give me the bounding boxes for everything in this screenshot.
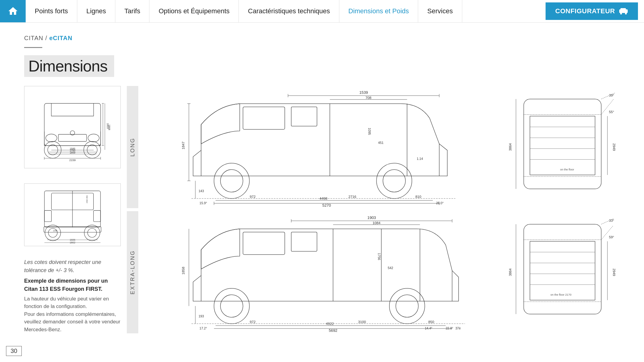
svg-point-84 [389, 288, 425, 324]
svg-point-2 [620, 13, 622, 14]
svg-text:810: 810 [415, 195, 421, 198]
svg-rect-31 [44, 211, 51, 222]
home-icon [8, 6, 18, 17]
page-title: Dimensions [24, 55, 114, 77]
configurateur-label: CONFIGURATEUR [555, 7, 615, 15]
svg-text:1847: 1847 [181, 141, 185, 149]
svg-rect-80 [243, 232, 285, 255]
svg-point-6 [46, 134, 57, 142]
svg-point-3 [625, 13, 627, 14]
svg-text:1756: 1756 [377, 253, 381, 260]
navigation: Points forts Lignes Tarifs Options et Éq… [0, 0, 644, 23]
left-column: 2159 1859 1793 1585 1833 1908 [24, 86, 121, 333]
extra-long-label: EXTRA-LONG [127, 211, 138, 333]
svg-text:1858: 1858 [181, 267, 185, 275]
nav-services[interactable]: Services [418, 0, 462, 22]
breadcrumb-citan: CITAN [24, 35, 43, 41]
nav-lignes[interactable]: Lignes [77, 0, 115, 22]
breadcrumb-underline [24, 47, 42, 48]
extra-long-side-diagram: 1903 1084 1858 193 17.2° 22.8° [138, 211, 502, 333]
svg-point-83 [220, 295, 243, 317]
svg-text:39°: 39° [609, 94, 614, 97]
svg-text:2159: 2159 [69, 159, 76, 162]
footnotes: Les cotes doivent respecter une toléranc… [24, 258, 121, 334]
nav-points-forts[interactable]: Points forts [26, 0, 77, 22]
svg-text:542: 542 [388, 266, 393, 270]
nav-tarifs[interactable]: Tarifs [115, 0, 150, 22]
nav-options[interactable]: Options et Équipements [149, 0, 239, 22]
svg-text:22.8°: 22.8° [446, 326, 453, 330]
diagrams-area: 2159 1859 1793 1585 1833 1908 [24, 86, 620, 333]
long-side-svg: 1539 708 1847 143 15.9° [138, 86, 502, 208]
svg-text:5270: 5270 [322, 203, 331, 208]
svg-text:37è: 37è [455, 326, 461, 330]
svg-text:3100: 3100 [358, 320, 366, 324]
svg-text:17.2°: 17.2° [200, 326, 207, 330]
svg-text:1539: 1539 [359, 90, 368, 95]
svg-text:708: 708 [366, 96, 372, 100]
svg-point-50 [376, 163, 412, 198]
svg-rect-128 [524, 224, 601, 314]
svg-text:972: 972 [250, 320, 256, 324]
svg-rect-81 [291, 232, 317, 251]
car-icon [619, 7, 628, 15]
svg-text:143: 143 [199, 189, 204, 193]
svg-point-7 [88, 134, 99, 142]
rear-view-diagram: 1802 1606 1260 rear door [24, 183, 121, 246]
svg-text:451: 451 [378, 141, 383, 144]
svg-point-8 [44, 141, 61, 158]
svg-rect-5 [58, 134, 86, 141]
note-line-2: Pour des informations complémentaires, [24, 310, 121, 318]
long-top-diagram: 3864 2949 39° 55° on the floor [505, 86, 620, 208]
svg-text:rear door: rear door [86, 195, 88, 204]
svg-point-85 [396, 295, 418, 317]
page-number: 30 [6, 346, 22, 356]
svg-text:2949: 2949 [612, 143, 616, 151]
rear-view-svg: 1802 1606 1260 rear door [30, 185, 115, 244]
svg-rect-46 [243, 107, 285, 129]
svg-text:850: 850 [428, 320, 434, 324]
svg-rect-33 [44, 227, 101, 233]
extra-long-side-row: EXTRA-LONG [127, 211, 502, 333]
main-content: CITAN / eCITAN Dimensions [0, 23, 644, 339]
svg-rect-110 [524, 99, 601, 189]
svg-text:1.14: 1.14 [417, 157, 423, 160]
svg-text:25.0°: 25.0° [436, 201, 444, 205]
nav-dimensions[interactable]: Dimensions et Poids [339, 0, 418, 22]
svg-text:1903: 1903 [367, 215, 376, 220]
front-view-diagram: 2159 1859 1793 1585 1833 1908 [24, 86, 121, 168]
long-side-diagram: 1539 708 1847 143 15.9° [138, 86, 502, 208]
svg-point-11 [87, 144, 98, 155]
breadcrumb-ecitan: eCITAN [49, 35, 72, 41]
svg-text:3864: 3864 [508, 143, 512, 151]
svg-text:14.4°: 14.4° [425, 326, 432, 330]
svg-rect-47 [291, 107, 317, 126]
svg-point-82 [214, 288, 249, 324]
svg-rect-4 [44, 103, 101, 145]
nav-caracteristiques[interactable]: Caractéristiques techniques [239, 0, 339, 22]
svg-text:1260: 1260 [53, 230, 57, 232]
svg-point-37 [88, 228, 97, 237]
svg-text:59°: 59° [609, 235, 614, 239]
example-note: Exemple de dimensions pour un Citan 113 … [24, 277, 121, 293]
configurateur-button[interactable]: CONFIGURATEUR [546, 2, 638, 20]
home-button[interactable] [0, 0, 26, 22]
svg-rect-32 [94, 211, 101, 222]
svg-text:972: 972 [250, 195, 256, 198]
svg-point-49 [220, 170, 243, 192]
right-column: 3864 2949 39° 55° on the floor [505, 86, 620, 333]
breadcrumb: CITAN / eCITAN [24, 35, 620, 42]
breadcrumb-separator: / [45, 35, 49, 41]
extra-long-top-svg: 3864 2949 33° 59° on the floor 2170 [505, 211, 620, 333]
note-line-1: La hauteur du véhicule peut varier en fo… [24, 295, 121, 310]
extra-long-side-svg: 1903 1084 1858 193 17.2° 22.8° [138, 211, 502, 333]
long-side-row: LONG [127, 86, 502, 208]
svg-text:55°: 55° [609, 110, 614, 114]
svg-point-9 [84, 141, 101, 158]
svg-text:1585: 1585 [70, 147, 75, 150]
svg-rect-1 [620, 8, 626, 11]
svg-text:2949: 2949 [612, 268, 616, 276]
svg-point-51 [383, 170, 405, 192]
long-label: LONG [127, 86, 138, 208]
svg-text:on the floor: on the floor [560, 168, 574, 171]
